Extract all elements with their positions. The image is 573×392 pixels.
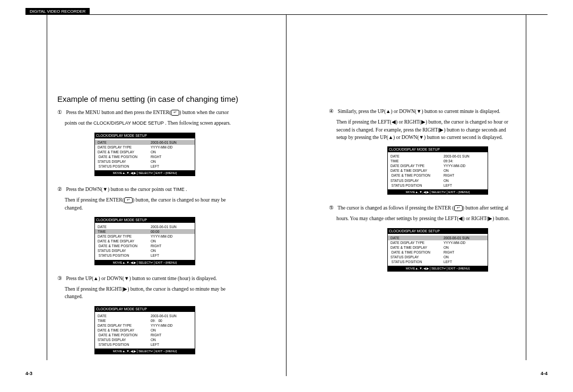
screen-footer: MOVE▲,▼,◀,▶│SELECT↵│EXIT→[MENU] bbox=[387, 266, 488, 271]
step-3-cont-2: changed. bbox=[65, 293, 265, 300]
screen-row: TIME09: 00 bbox=[98, 318, 192, 323]
step-2-emph: TIME bbox=[173, 187, 185, 192]
step-num-4: ④ bbox=[329, 108, 336, 115]
screen-title: CLOCK/DISPLAY MODE SETUP bbox=[387, 228, 488, 234]
screen-row: DATE & TIME DISPLAYON bbox=[390, 245, 485, 250]
screen-row-label: STATUS POSITION bbox=[98, 253, 151, 258]
screen-footer: MOVE▲,▼,◀,▶│SELECT↵│EXIT→[MENU] bbox=[94, 349, 195, 354]
step-num-1: ① bbox=[57, 109, 65, 116]
screen-row: STATUS DISPLAYON bbox=[390, 255, 485, 259]
screen-row-label: DATE DISPLAY TYPE bbox=[98, 145, 151, 150]
screen-title: CLOCK/DISPLAY MODE SETUP bbox=[94, 133, 195, 138]
screen-row-value: ON bbox=[151, 239, 156, 243]
screen-row-value: ON bbox=[151, 337, 156, 342]
step-4-text-a: Similarly, press the UP(▲) or DOWN(▼) bu… bbox=[337, 109, 500, 114]
margin-line-right bbox=[526, 15, 526, 360]
screen-row-value: YYYY-MM-DD bbox=[151, 323, 172, 328]
screen-row-label: STATUS DISPLAY bbox=[98, 248, 151, 253]
screen-row-label: STATUS DISPLAY bbox=[98, 337, 151, 342]
step-4: ④ Similarly, press the UP(▲) or DOWN(▼) … bbox=[329, 108, 526, 115]
screen-row-value: 09: 00 bbox=[151, 318, 162, 323]
screen-row-label: STATUS DISPLAY bbox=[390, 255, 444, 259]
screen-row-label: TIME bbox=[390, 159, 444, 163]
step-2-text-a: Press the DOWN(▼) button so the cursor p… bbox=[66, 187, 173, 192]
screen-row-value: LEFT bbox=[444, 183, 452, 188]
enter-icon: ↵ bbox=[454, 205, 463, 211]
screen-row-label: DATE & TIME DISPLAY bbox=[98, 328, 151, 333]
screen-row-value: 09:34: bbox=[444, 159, 453, 163]
screen-row-label: STATUS POSITION bbox=[98, 164, 151, 169]
step-num-3: ③ bbox=[57, 275, 65, 282]
screen-row-value: ON bbox=[151, 328, 156, 333]
step-1-text-a: Press the MENU button and then press the… bbox=[66, 110, 171, 115]
step-1-text-b: ) button when the cursor bbox=[179, 110, 229, 115]
screen-row: DATE & TIME DISPLAYON bbox=[98, 328, 192, 333]
step-4-cont-3: setup by pressing the UP(▲) or DOWN(▼) b… bbox=[336, 134, 526, 141]
screen-row: DATE & TIME DISPLAYON bbox=[98, 150, 192, 154]
screen-row: DATE DISPLAY TYPEYYYY-MM-DD bbox=[98, 323, 192, 328]
screen-row-label: DATE & TIME POSITION bbox=[390, 173, 444, 178]
screen-body: DATE2003-06-01 SUNDATE DISPLAY TYPEYYYY-… bbox=[94, 138, 195, 171]
screen-row-label: DATE DISPLAY TYPE bbox=[98, 323, 151, 328]
screen-row-label: STATUS POSITION bbox=[390, 183, 444, 188]
screen-row-value: LEFT bbox=[151, 164, 159, 169]
step-5: ⑤ The cursor is changed as follows if pr… bbox=[329, 204, 526, 212]
step-4-cont-2: second is changed. For example, press th… bbox=[336, 126, 526, 134]
screen-row-label: DATE & TIME DISPLAY bbox=[98, 150, 151, 154]
screen-row: DATE2003-06-01 SUN bbox=[388, 236, 488, 240]
screen-row-value: RIGHT bbox=[444, 250, 454, 255]
page-right: ④ Similarly, press the UP(▲) or DOWN(▼) … bbox=[286, 15, 548, 376]
enter-icon: ↵ bbox=[124, 197, 133, 203]
screen-title: CLOCK/DISPLAY MODE SETUP bbox=[94, 306, 195, 312]
step-1-text-c: points out the bbox=[65, 120, 93, 126]
screen-row-value: YYYY-MM-DD bbox=[444, 163, 465, 168]
screen-row-label: DATE & TIME POSITION bbox=[98, 333, 151, 337]
step-3-text-a: Press the UP(▲) or DOWN(▼) button so cur… bbox=[66, 276, 216, 281]
step-1-emph: CLOCK/DISPLAY MODE SETUP bbox=[93, 120, 164, 126]
screen-row: DATE & TIME DISPLAYON bbox=[390, 168, 485, 173]
screen-row-value: 2003-06-01 SUN bbox=[151, 140, 177, 145]
screen-row: STATUS DISPLAYON bbox=[390, 178, 485, 183]
step-2-cont-1: Then if pressing the ENTER(↵) button, th… bbox=[65, 196, 265, 204]
screen-box-1: CLOCK/DISPLAY MODE SETUPDATE2003-06-01 S… bbox=[94, 133, 195, 176]
screen-row-label: DATE DISPLAY TYPE bbox=[98, 234, 151, 239]
screen-row-value: RIGHT bbox=[151, 333, 161, 337]
screen-row-value: 2003-06-01 SUN bbox=[444, 236, 470, 240]
step-2-text-b: . bbox=[185, 187, 187, 192]
screen-row-label: DATE bbox=[390, 236, 444, 240]
step-3-cont-1: Then if pressing the RIGHT(▶) button, th… bbox=[65, 285, 265, 293]
screen-row: DATE DISPLAY TYPEYYYY-MM-DD bbox=[390, 163, 485, 168]
screen-row-label: STATUS DISPLAY bbox=[390, 178, 444, 183]
screen-title: CLOCK/DISPLAY MODE SETUP bbox=[94, 217, 195, 223]
screen-row-value: ON bbox=[444, 255, 449, 259]
screen-body: DATE2003-06-01 SUNTIME00:00DATE DISPLAY … bbox=[94, 223, 195, 260]
screen-row-label: TIME bbox=[98, 229, 151, 234]
step-2-text-c: Then if pressing the ENTER( bbox=[65, 197, 124, 203]
page-number-left: 4-3 bbox=[25, 371, 32, 376]
screen-row-value: LEFT bbox=[151, 342, 159, 347]
screen-row: DATE2003-06-01 SUN bbox=[390, 154, 485, 159]
screen-row: DATE DISPLAY TYPEYYYY-MM-DD bbox=[390, 240, 485, 245]
margin-line-left bbox=[47, 15, 47, 360]
screen-row: STATUS POSITIONLEFT bbox=[390, 183, 485, 188]
page-spread: Example of menu setting (in case of chan… bbox=[25, 14, 548, 376]
screen-row-label: DATE & TIME DISPLAY bbox=[390, 168, 444, 173]
step-num-5: ⑤ bbox=[329, 204, 336, 212]
screen-row-value: ON bbox=[151, 159, 156, 164]
screen-row-value: RIGHT bbox=[151, 154, 161, 159]
page-left: Example of menu setting (in case of chan… bbox=[25, 15, 286, 376]
step-2-text-d: ) button, the cursor is changed so hour … bbox=[133, 197, 226, 203]
screen-row-value: YYYY-MM-DD bbox=[444, 240, 465, 245]
screen-row-value: YYYY-MM-DD bbox=[151, 234, 172, 239]
page-title: Example of menu setting (in case of chan… bbox=[57, 94, 265, 103]
screen-row: STATUS POSITIONLEFT bbox=[98, 164, 192, 169]
screen-row-label: STATUS POSITION bbox=[98, 342, 151, 347]
screen-row-label: DATE bbox=[98, 140, 151, 145]
screen-row: STATUS DISPLAYON bbox=[98, 337, 192, 342]
screen-box-5: CLOCK/DISPLAY MODE SETUPDATE2003-06-01 S… bbox=[387, 228, 488, 272]
screen-row: STATUS DISPLAYON bbox=[98, 159, 192, 164]
step-5-text-a: The cursor is changed as follows if pres… bbox=[337, 205, 454, 211]
screen-row-value: 00:00 bbox=[151, 229, 159, 234]
screen-row-value: 2003-06-01 SUN bbox=[151, 224, 177, 229]
screen-row: DATE DISPLAY TYPEYYYY-MM-DD bbox=[98, 145, 192, 150]
